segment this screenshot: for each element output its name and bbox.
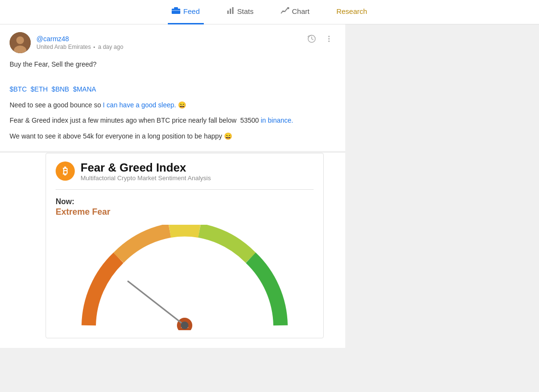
dot-separator xyxy=(94,46,95,48)
svg-rect-4 xyxy=(230,9,231,14)
tab-stats[interactable]: Stats xyxy=(223,0,258,24)
post-meta: @carmz48 United Arab Emirates a day ago xyxy=(36,35,123,50)
top-navigation: Feed Stats Char xyxy=(0,0,539,24)
post-header-left: @carmz48 United Arab Emirates a day ago xyxy=(10,32,123,53)
main-layout: @carmz48 United Arab Emirates a day ago xyxy=(0,24,539,348)
gauge-container: 21 xyxy=(56,225,314,330)
fg-title: Fear & Greed Index xyxy=(81,161,211,174)
tab-feed[interactable]: Feed xyxy=(168,0,203,24)
location: United Arab Emirates xyxy=(36,44,91,50)
post-card: @carmz48 United Arab Emirates a day ago xyxy=(0,24,345,151)
tab-chart-label: Chart xyxy=(292,7,310,15)
svg-point-10 xyxy=(328,36,330,37)
username[interactable]: @carmz48 xyxy=(36,35,123,43)
tab-stats-label: Stats xyxy=(237,7,254,15)
highlight-binance: in binance. xyxy=(261,116,293,124)
ticker-bnb[interactable]: $BNB xyxy=(52,84,70,94)
fg-divider xyxy=(56,189,314,190)
tab-research[interactable]: Research xyxy=(332,0,371,24)
ticker-btc[interactable]: $BTC xyxy=(10,84,27,94)
post-actions xyxy=(305,32,336,46)
fg-title-block: Fear & Greed Index Multifactorial Crypto… xyxy=(81,161,211,182)
nav-tabs: Feed Stats Char xyxy=(168,0,371,24)
ticker-tags: $BTC $ETH $BNB $MANA xyxy=(10,84,336,94)
avatar[interactable] xyxy=(10,32,31,53)
svg-rect-0 xyxy=(172,9,180,14)
fear-greed-card: ₿ Fear & Greed Index Multifactorial Cryp… xyxy=(46,153,324,338)
needle-line xyxy=(128,281,185,325)
ticker-mana[interactable]: $MANA xyxy=(73,84,96,94)
svg-rect-3 xyxy=(227,11,229,14)
post-time: a day ago xyxy=(98,44,123,50)
fg-subtitle: Multifactorial Crypto Market Sentiment A… xyxy=(81,174,211,182)
svg-point-11 xyxy=(328,38,330,40)
tab-research-label: Research xyxy=(336,7,367,15)
post-line1: Buy the Fear, Sell the greed? xyxy=(10,59,336,69)
gauge-svg: 21 xyxy=(65,225,305,330)
fg-status: Extreme Fear xyxy=(56,207,314,217)
feed-area: @carmz48 United Arab Emirates a day ago xyxy=(0,24,345,348)
svg-rect-5 xyxy=(232,7,234,14)
repost-icon[interactable] xyxy=(305,32,318,46)
post-line3: Fear & Greed index just a few minutes ag… xyxy=(10,115,336,126)
post-subinfo: United Arab Emirates a day ago xyxy=(36,44,123,50)
needle-pivot xyxy=(181,322,188,329)
right-sidebar xyxy=(345,24,539,348)
post-body: Buy the Fear, Sell the greed? $BTC $ETH … xyxy=(10,59,336,141)
fg-now-label: Now: xyxy=(56,197,314,206)
btc-logo: ₿ xyxy=(56,161,75,181)
svg-rect-1 xyxy=(174,7,178,9)
stats-icon xyxy=(227,7,234,16)
chart-icon xyxy=(281,7,289,16)
feed-icon xyxy=(172,7,180,16)
highlight-i: I can have a good sleep. xyxy=(103,101,176,109)
tab-chart[interactable]: Chart xyxy=(277,0,314,24)
post-header: @carmz48 United Arab Emirates a day ago xyxy=(10,32,336,53)
svg-rect-2 xyxy=(172,10,180,11)
fg-header: ₿ Fear & Greed Index Multifactorial Cryp… xyxy=(46,153,323,185)
post-line2: Need to see a good bounce so I can have … xyxy=(10,100,336,110)
embed-wrapper: ₿ Fear & Greed Index Multifactorial Cryp… xyxy=(0,153,345,348)
avatar-image xyxy=(10,32,31,53)
more-options-icon[interactable] xyxy=(322,32,336,46)
post-line4: We want to see it above 54k for everyone… xyxy=(10,131,336,141)
fg-body: Now: Extreme Fear xyxy=(46,194,323,338)
tab-feed-label: Feed xyxy=(183,7,199,15)
svg-point-12 xyxy=(328,41,330,42)
ticker-eth[interactable]: $ETH xyxy=(31,84,48,94)
svg-point-7 xyxy=(16,36,24,44)
